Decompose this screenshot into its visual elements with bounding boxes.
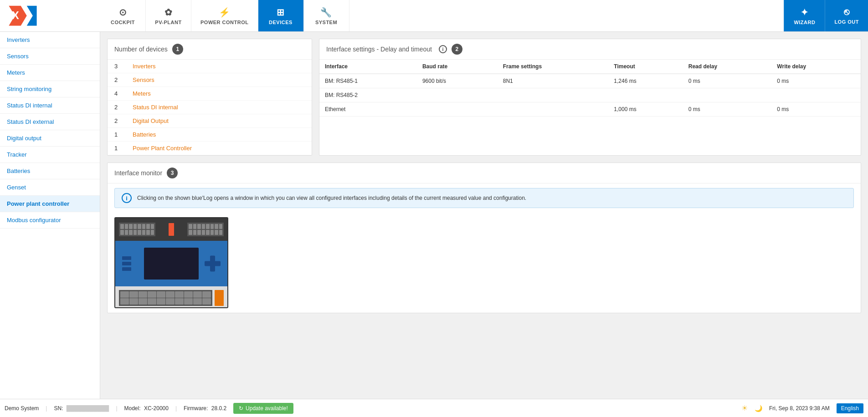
nav-right-buttons: ✦ WIZARD ⎋ LOG OUT: [784, 0, 868, 31]
number-of-devices-header: Number of devices 1: [108, 39, 312, 60]
top-nav: X ⊙ COCKPIT ✿ PV-PLANT ⚡ POWER CONTROL ⊞…: [0, 0, 868, 32]
status-bar: Demo System | SN: ███████████ | Model: X…: [0, 399, 868, 417]
refresh-icon: ↻: [239, 405, 243, 412]
blulog-device-image[interactable]: [114, 217, 228, 308]
orange-connector: [215, 290, 224, 306]
firmware-label: Firmware: 28.0.2: [184, 405, 226, 412]
device-image-area: [108, 213, 861, 313]
sidebar-item-digital-output[interactable]: Digital output: [0, 130, 100, 147]
device-row-power-plant-controller: 1 Power Plant Controller: [108, 142, 312, 155]
tab-power-control-label: POWER CONTROL: [200, 20, 249, 25]
bottom-terminal: [119, 290, 212, 306]
device-top: [115, 218, 227, 241]
terminal-block-right: [187, 223, 224, 236]
device-row-status-di-internal: 2 Status DI internal: [108, 101, 312, 114]
model-value: XC-20000: [144, 405, 169, 412]
moon-icon: 🌙: [755, 405, 762, 412]
update-button[interactable]: ↻ Update available!: [233, 403, 293, 414]
wizard-label: WIZARD: [794, 20, 815, 25]
device-row-meters: 4 Meters: [108, 87, 312, 101]
device-link-inverters[interactable]: Inverters: [133, 63, 156, 70]
device-row-digital-output: 2 Digital Output: [108, 114, 312, 128]
sidebar-item-genset[interactable]: Genset: [0, 179, 100, 196]
col-frame-settings: Frame settings: [498, 60, 609, 74]
update-label: Update available!: [246, 405, 288, 412]
device-buttons: [122, 256, 131, 271]
device-link-batteries[interactable]: Batteries: [133, 131, 156, 138]
device-link-digital-output[interactable]: Digital Output: [133, 117, 169, 124]
nav-tabs: ⊙ COCKPIT ✿ PV-PLANT ⚡ POWER CONTROL ⊞ D…: [100, 0, 784, 31]
logout-icon: ⎋: [844, 7, 850, 17]
section-badge-2: 2: [452, 44, 462, 55]
firmware-value: 28.0.2: [211, 405, 226, 412]
tab-cockpit-label: COCKPIT: [111, 20, 135, 25]
logo-area: X: [0, 0, 100, 31]
tab-system[interactable]: 🔧 SYSTEM: [304, 0, 349, 31]
interface-table: Interface Baud rate Frame settings Timeo…: [319, 60, 861, 117]
wizard-icon: ✦: [801, 7, 809, 18]
logout-button[interactable]: ⎋ LOG OUT: [825, 0, 868, 31]
sidebar-item-meters[interactable]: Meters: [0, 65, 100, 81]
table-row: Ethernet 1,000 ms 0 ms 0 ms: [319, 102, 861, 117]
tab-cockpit[interactable]: ⊙ COCKPIT: [100, 0, 146, 31]
tab-power-control[interactable]: ⚡ POWER CONTROL: [191, 0, 258, 31]
number-of-devices-title: Number of devices: [114, 46, 168, 53]
tab-devices[interactable]: ⊞ DEVICES: [258, 0, 304, 31]
interface-settings-title: Interface settings - Delay and timeout: [326, 46, 432, 53]
panels-row-top: Number of devices 1 3 Inverters 2 Sensor…: [107, 39, 861, 156]
interface-settings-panel: Interface settings - Delay and timeout i…: [319, 39, 861, 156]
model-label: Model: XC-20000: [124, 405, 169, 412]
section-badge-3: 3: [167, 168, 178, 178]
devices-table: 3 Inverters 2 Sensors 4 Meters 2 Status …: [108, 60, 312, 155]
device-link-meters[interactable]: Meters: [133, 90, 151, 97]
info-banner-text: Clicking on the shown blue'Log opens a w…: [137, 195, 526, 201]
device-link-sensors[interactable]: Sensors: [133, 76, 154, 83]
section-badge-1: 1: [172, 44, 183, 55]
tab-pv-plant[interactable]: ✿ PV-PLANT: [146, 0, 191, 31]
sidebar-item-status-di-internal[interactable]: Status DI internal: [0, 97, 100, 114]
sidebar-item-status-di-external[interactable]: Status DI external: [0, 114, 100, 130]
datetime-label: Fri, Sep 8, 2023 9:38 AM: [769, 405, 830, 412]
pv-plant-icon: ✿: [164, 7, 173, 18]
language-label: English: [841, 405, 859, 412]
sidebar-item-batteries[interactable]: Batteries: [0, 163, 100, 179]
col-read-delay: Read delay: [683, 60, 772, 74]
tab-system-label: SYSTEM: [315, 20, 337, 25]
sidebar: Inverters Sensors Meters String monitori…: [0, 32, 100, 399]
logout-label: LOG OUT: [834, 19, 859, 25]
interface-settings-info-icon[interactable]: i: [439, 45, 447, 53]
main-layout: Inverters Sensors Meters String monitori…: [0, 32, 868, 399]
cockpit-icon: ⊙: [119, 7, 127, 18]
device-dpad: [205, 256, 221, 272]
info-banner: i Clicking on the shown blue'Log opens a…: [114, 188, 854, 208]
interface-monitor-title: Interface monitor: [114, 169, 162, 177]
language-selector[interactable]: English: [837, 403, 863, 413]
col-timeout: Timeout: [608, 60, 683, 74]
sidebar-item-inverters[interactable]: Inverters: [0, 32, 100, 48]
tab-devices-label: DEVICES: [269, 20, 293, 25]
sidebar-item-modbus-configurator[interactable]: Modbus configurator: [0, 212, 100, 229]
sidebar-item-power-plant-controller[interactable]: Power plant controller: [0, 196, 100, 212]
tab-pv-plant-label: PV-PLANT: [155, 20, 181, 25]
device-screen: [144, 248, 199, 280]
col-baud-rate: Baud rate: [417, 60, 498, 74]
svg-marker-1: [27, 6, 37, 26]
sn-label: SN: ███████████: [54, 405, 109, 412]
wizard-button[interactable]: ✦ WIZARD: [784, 0, 825, 31]
devices-icon: ⊞: [277, 7, 285, 18]
sidebar-item-tracker[interactable]: Tracker: [0, 147, 100, 163]
col-interface: Interface: [319, 60, 417, 74]
col-write-delay: Write delay: [771, 60, 861, 74]
sidebar-item-string-monitoring[interactable]: String monitoring: [0, 81, 100, 97]
info-banner-icon: i: [122, 193, 132, 203]
device-row-sensors: 2 Sensors: [108, 73, 312, 87]
device-link-power-plant-controller[interactable]: Power Plant Controller: [133, 145, 192, 152]
sidebar-item-sensors[interactable]: Sensors: [0, 48, 100, 65]
device-link-status-di-internal[interactable]: Status DI internal: [133, 104, 178, 111]
device-row-batteries: 1 Batteries: [108, 128, 312, 142]
device-bottom: [115, 286, 227, 308]
sn-value: ███████████: [67, 405, 109, 412]
red-indicator: [169, 223, 174, 236]
interface-monitor-header: Interface monitor 3: [108, 163, 861, 183]
content-area: Number of devices 1 3 Inverters 2 Sensor…: [100, 32, 868, 399]
